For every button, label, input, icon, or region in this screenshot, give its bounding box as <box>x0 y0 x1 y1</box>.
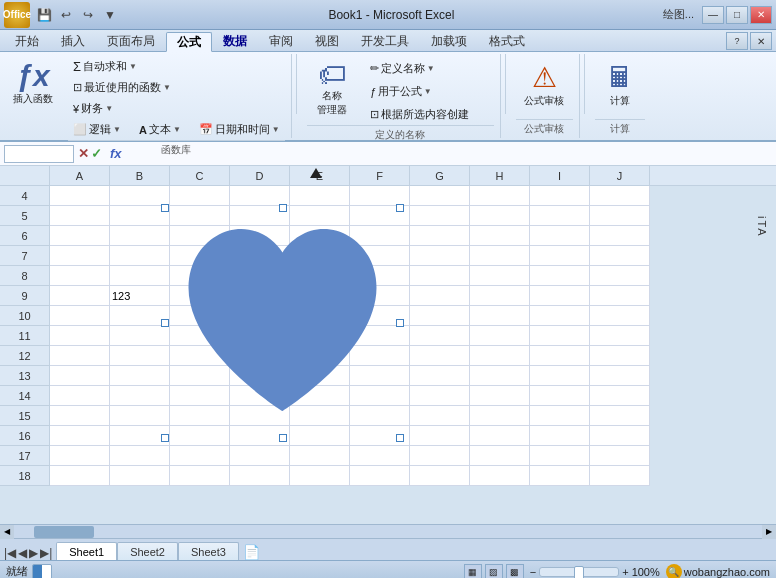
cell-A11[interactable] <box>50 326 110 346</box>
cell-A10[interactable] <box>50 306 110 326</box>
cell-H18[interactable] <box>470 466 530 486</box>
cell-G12[interactable] <box>410 346 470 366</box>
cell-D17[interactable] <box>230 446 290 466</box>
cell-H6[interactable] <box>470 226 530 246</box>
tab-view[interactable]: 视图 <box>304 31 350 51</box>
handle-left[interactable] <box>161 319 169 327</box>
cell-A18[interactable] <box>50 466 110 486</box>
sheet-last-btn[interactable]: ▶| <box>40 546 52 560</box>
cell-G10[interactable] <box>410 306 470 326</box>
status-icon-btn[interactable] <box>32 564 52 579</box>
zoom-thumb[interactable] <box>574 566 584 579</box>
undo-quick-btn[interactable]: ↩ <box>56 5 76 25</box>
create-from-selection-btn[interactable]: ⊡ 根据所选内容创建 <box>365 104 474 125</box>
calculate-btn[interactable]: 🖩 计算 <box>595 56 645 113</box>
cell-F17[interactable] <box>350 446 410 466</box>
define-name-btn[interactable]: ✏ 定义名称 ▼ <box>365 58 474 79</box>
tab-home[interactable]: 开始 <box>4 31 50 51</box>
save-quick-btn[interactable]: 💾 <box>34 5 54 25</box>
use-in-formula-btn[interactable]: ƒ 用于公式 ▼ <box>365 81 474 102</box>
tab-review[interactable]: 审阅 <box>258 31 304 51</box>
scroll-right-btn[interactable]: ▶ <box>762 525 776 539</box>
row-header-11[interactable]: 11 <box>0 326 50 346</box>
cell-A14[interactable] <box>50 386 110 406</box>
cell-E4[interactable] <box>290 186 350 206</box>
cell-H7[interactable] <box>470 246 530 266</box>
cell-J18[interactable] <box>590 466 650 486</box>
page-break-view-btn[interactable]: ▩ <box>506 564 524 579</box>
col-header-F[interactable]: F <box>350 166 410 185</box>
sheet-add-btn[interactable]: 📄 <box>239 544 264 560</box>
row-header-7[interactable]: 7 <box>0 246 50 266</box>
cell-B14[interactable] <box>110 386 170 406</box>
recent-functions-btn[interactable]: ⊡ 最近使用的函数 ▼ <box>68 77 176 98</box>
col-header-B[interactable]: B <box>110 166 170 185</box>
cell-G16[interactable] <box>410 426 470 446</box>
cell-A6[interactable] <box>50 226 110 246</box>
cell-D18[interactable] <box>230 466 290 486</box>
cell-A9[interactable] <box>50 286 110 306</box>
autosum-btn[interactable]: Σ 自动求和 ▼ <box>68 56 142 77</box>
cell-B6[interactable] <box>110 226 170 246</box>
cell-I15[interactable] <box>530 406 590 426</box>
col-header-A[interactable]: A <box>50 166 110 185</box>
row-header-9[interactable]: 9 <box>0 286 50 306</box>
col-header-H[interactable]: H <box>470 166 530 185</box>
tab-addins[interactable]: 加载项 <box>420 31 478 51</box>
sheet-next-btn[interactable]: ▶ <box>29 546 38 560</box>
restore-btn[interactable]: □ <box>726 6 748 24</box>
cell-I18[interactable] <box>530 466 590 486</box>
cell-A13[interactable] <box>50 366 110 386</box>
row-header-13[interactable]: 13 <box>0 366 50 386</box>
cell-J7[interactable] <box>590 246 650 266</box>
zoom-in-btn[interactable]: + <box>622 566 628 578</box>
cell-A5[interactable] <box>50 206 110 226</box>
cell-C4[interactable] <box>170 186 230 206</box>
cell-B11[interactable] <box>110 326 170 346</box>
cell-A12[interactable] <box>50 346 110 366</box>
cell-B7[interactable] <box>110 246 170 266</box>
financial-btn[interactable]: ¥ 财务 ▼ <box>68 98 118 119</box>
sheet-first-btn[interactable]: |◀ <box>4 546 16 560</box>
cell-I14[interactable] <box>530 386 590 406</box>
formula-auditing-btn[interactable]: ⚠ 公式审核 <box>516 56 573 113</box>
cell-J13[interactable] <box>590 366 650 386</box>
ribbon-close-btn[interactable]: ✕ <box>750 32 772 50</box>
redo-quick-btn[interactable]: ↪ <box>78 5 98 25</box>
page-layout-view-btn[interactable]: ▨ <box>485 564 503 579</box>
name-box[interactable] <box>4 145 74 163</box>
cell-B15[interactable] <box>110 406 170 426</box>
cell-C18[interactable] <box>170 466 230 486</box>
cell-F4[interactable] <box>350 186 410 206</box>
insert-function-btn[interactable]: ƒx 插入函数 <box>4 54 62 138</box>
cell-H4[interactable] <box>470 186 530 206</box>
handle-right[interactable] <box>396 319 404 327</box>
row-header-18[interactable]: 18 <box>0 466 50 486</box>
cell-I10[interactable] <box>530 306 590 326</box>
cell-D4[interactable] <box>230 186 290 206</box>
tab-data[interactable]: 数据 <box>212 31 258 51</box>
cell-J11[interactable] <box>590 326 650 346</box>
office-button[interactable]: Office <box>4 2 30 28</box>
cell-G9[interactable] <box>410 286 470 306</box>
cell-G18[interactable] <box>410 466 470 486</box>
cell-B12[interactable] <box>110 346 170 366</box>
ribbon-min-btn[interactable]: ? <box>726 32 748 50</box>
cell-J16[interactable] <box>590 426 650 446</box>
cell-A4[interactable] <box>50 186 110 206</box>
cell-H11[interactable] <box>470 326 530 346</box>
cell-G17[interactable] <box>410 446 470 466</box>
row-header-10[interactable]: 10 <box>0 306 50 326</box>
cell-H8[interactable] <box>470 266 530 286</box>
cell-A15[interactable] <box>50 406 110 426</box>
heart-shape[interactable] <box>165 208 400 438</box>
scroll-thumb[interactable] <box>34 526 94 538</box>
cell-J8[interactable] <box>590 266 650 286</box>
row-header-14[interactable]: 14 <box>0 386 50 406</box>
cell-I5[interactable] <box>530 206 590 226</box>
cell-G14[interactable] <box>410 386 470 406</box>
cell-H13[interactable] <box>470 366 530 386</box>
heart-shape-container[interactable] <box>165 208 400 438</box>
tab-formula[interactable]: 公式 <box>166 32 212 52</box>
cell-I11[interactable] <box>530 326 590 346</box>
